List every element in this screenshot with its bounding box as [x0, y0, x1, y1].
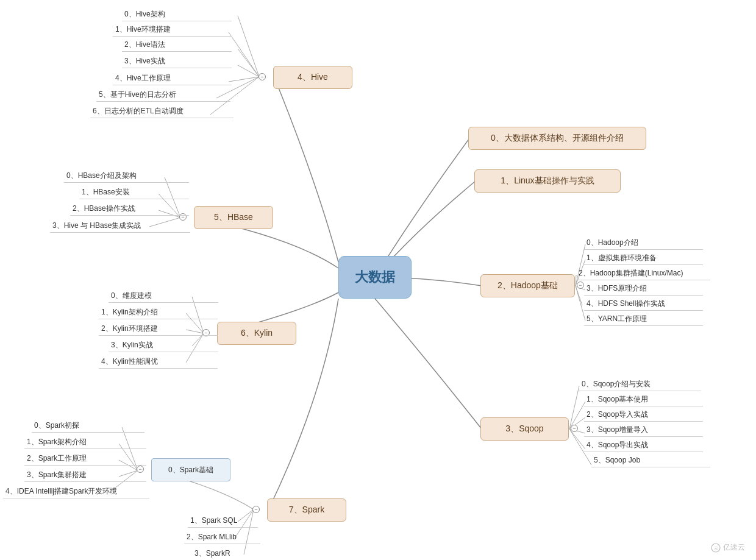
spark-basic-child-1: 1、Spark架构介绍 — [24, 436, 146, 449]
hbase-child-2: 2、HBase操作实战 — [70, 202, 189, 216]
hive-child-0: 0、Hive架构 — [122, 8, 232, 21]
branch-bigdata-intro-label: 0、大数据体系结构、开源组件介绍 — [491, 133, 624, 144]
branch-hadoop-label: 2、Hadoop基础 — [497, 280, 558, 291]
spark-basic-child-0: 0、Spark初探 — [32, 419, 144, 433]
sqoop-child-1: 1、Sqoop基本使用 — [584, 393, 703, 406]
kylin-child-0: 0、维度建模 — [109, 289, 218, 303]
spark-basic-child-3: 3、Spark集群搭建 — [24, 469, 146, 482]
branch-hbase-label: 5、HBase — [214, 212, 253, 223]
hadoop-child-1: 1、虚拟集群环境准备 — [584, 252, 703, 265]
kylin-child-1: 1、Kylin架构介绍 — [99, 306, 218, 319]
hbase-child-3: 3、Hive 与 HBase集成实战 — [50, 219, 190, 233]
hive-child-2: 2、Hive语法 — [122, 38, 232, 52]
branch-hadoop[interactable]: 2、Hadoop基础 — [480, 274, 575, 297]
hive-child-3: 3、Hive实战 — [122, 55, 232, 68]
hadoop-child-0: 0、Hadoop介绍 — [584, 236, 703, 250]
spark-child-3: 3、SparkR — [192, 547, 259, 560]
kylin-child-3: 3、Kylin实战 — [109, 339, 218, 352]
hive-child-1: 1、Hive环境搭建 — [113, 23, 232, 37]
hbase-child-1: 1、HBase安装 — [79, 186, 189, 199]
svg-line-0 — [238, 16, 259, 77]
hadoop-child-3: 3、HDFS原理介绍 — [584, 282, 703, 296]
spark-child-1: 1、Spark SQL — [188, 514, 258, 528]
svg-text:云: 云 — [714, 546, 718, 550]
svg-line-2 — [238, 49, 259, 77]
svg-line-30 — [569, 386, 579, 429]
spark-basic-child-4: 4、IDEA Intellij搭建Spark开发环境 — [3, 485, 149, 498]
branch-kylin[interactable]: 6、Kylin — [217, 322, 296, 345]
branch-linux[interactable]: 1、Linux基础操作与实践 — [474, 169, 621, 193]
spark-basic-child-2: 2、Spark工作原理 — [24, 452, 146, 466]
branch-hbase[interactable]: 5、HBase — [194, 206, 273, 229]
sqoop-child-2: 2、Sqoop导入实战 — [584, 408, 703, 422]
hive-child-6: 6、日志分析的ETL自动调度 — [90, 105, 234, 118]
branch-spark[interactable]: 7、Spark — [267, 498, 346, 522]
hive-child-5: 5、基于Hive的日志分析 — [96, 88, 230, 102]
sqoop-child-5: 5、Sqoop Job — [591, 454, 710, 467]
spark-collapse[interactable]: − — [252, 506, 260, 513]
branch-linux-label: 1、Linux基础操作与实践 — [501, 175, 594, 186]
branch-hive[interactable]: 4、Hive — [273, 66, 352, 89]
watermark-text: 亿速云 — [723, 542, 745, 553]
sqoop-collapse[interactable]: − — [571, 425, 578, 432]
branch-hive-label: 4、Hive — [298, 72, 328, 83]
hadoop-collapse[interactable]: − — [577, 282, 584, 289]
watermark-icon: 云 — [711, 543, 721, 553]
mindmap-canvas: 大数据 0、大数据体系结构、开源组件介绍 1、Linux基础操作与实践 2、Ha… — [0, 0, 756, 560]
center-node: 大数据 — [338, 256, 412, 299]
sqoop-child-4: 4、Sqoop导出实战 — [584, 439, 703, 452]
hadoop-child-5: 5、YARN工作原理 — [584, 313, 703, 326]
svg-line-34 — [569, 429, 585, 449]
spark-child-2: 2、Spark MLlib — [184, 531, 260, 544]
center-label: 大数据 — [355, 268, 395, 286]
hive-collapse[interactable]: − — [259, 73, 266, 80]
branch-sqoop-label: 3、Sqoop — [505, 424, 543, 434]
svg-line-3 — [238, 65, 259, 77]
hbase-child-0: 0、HBase介绍及架构 — [64, 169, 189, 183]
branch-bigdata-intro[interactable]: 0、大数据体系结构、开源组件介绍 — [468, 127, 646, 150]
kylin-child-2: 2、Kylin环境搭建 — [99, 322, 218, 336]
svg-line-1 — [229, 32, 259, 77]
branch-kylin-label: 6、Kylin — [241, 328, 273, 339]
branch-spark-basic[interactable]: 0、Spark基础 — [151, 458, 230, 481]
hadoop-child-2: 2、Hadoop集群搭建(Linux/Mac) — [576, 267, 710, 280]
svg-line-4 — [229, 77, 259, 82]
branch-spark-label: 7、Spark — [289, 505, 324, 516]
kylin-child-4: 4、Kylin性能调优 — [99, 355, 218, 369]
hadoop-child-4: 4、HDFS Shell操作实战 — [584, 297, 703, 311]
watermark: 云 亿速云 — [711, 542, 745, 553]
sqoop-child-3: 3、Sqoop增量导入 — [584, 424, 703, 437]
branch-sqoop[interactable]: 3、Sqoop — [480, 417, 569, 441]
sqoop-child-0: 0、Sqoop介绍与安装 — [579, 378, 701, 391]
hive-child-4: 4、Hive工作原理 — [113, 72, 232, 85]
